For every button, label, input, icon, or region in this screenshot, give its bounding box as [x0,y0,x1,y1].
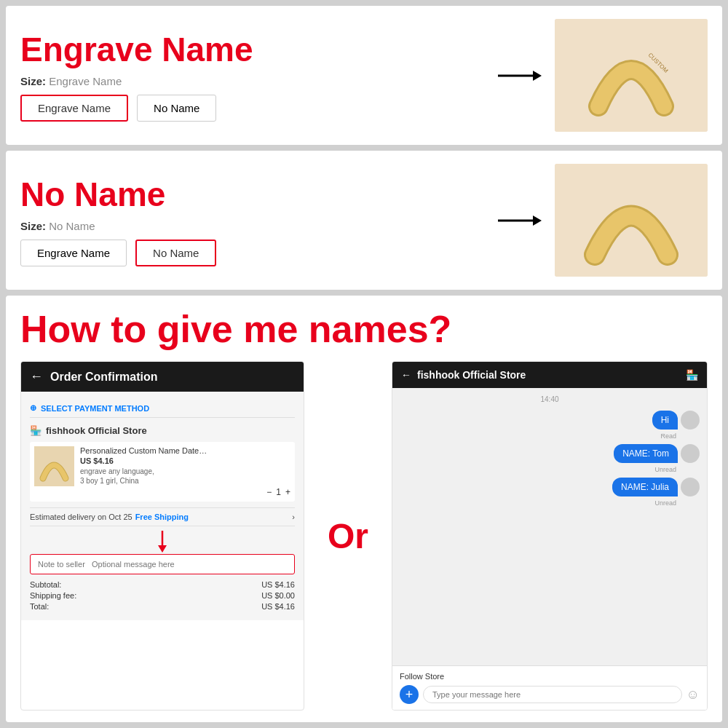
oc-delivery-free: Free Shipping [135,513,189,521]
section2-title: No Name [20,175,485,214]
oc-product-img [34,446,74,486]
follow-store-label: Follow Store [400,672,700,681]
chat-msg-row-2: NAME: Tom [400,444,700,463]
chat-timestamp: 14:40 [400,395,700,403]
chat-bubble-2: NAME: Tom [614,444,678,463]
chat-back-icon[interactable]: ← [401,369,411,381]
delivery-chevron-icon: › [292,513,295,521]
section2-options: Engrave Name No Name [20,240,485,266]
plain-ring-svg [555,164,708,277]
chat-avatar-1 [681,411,700,430]
subtotal-value: US $4.16 [261,580,295,589]
section3-panel: How to give me names? ← Order Confirmati… [6,296,722,722]
oc-product-desc2: 3 boy 1 girl, China [80,476,290,486]
chat-avatar-2 [681,444,700,463]
oc-store-row: 🏪 fishhook Official Store [30,425,295,436]
oc-payment-label: SELECT PAYMENT METHOD [41,404,149,413]
chat-bubble-1: Hi [652,411,678,430]
total-label: Total: [30,602,49,611]
payment-icon: ⊕ [30,403,36,413]
arrow-right-icon [498,65,542,87]
section1-noname-btn[interactable]: No Name [137,95,216,122]
section2-engrave-btn[interactable]: Engrave Name [20,240,127,266]
arrow-right-icon-2 [498,210,542,232]
chat-status-2: Unread [400,466,676,473]
section1-content: Engrave Name Size: Engrave Name Engrave … [20,30,485,122]
oc-header: ← Order Confirmation [21,362,304,392]
section1-options: Engrave Name No Name [20,95,485,122]
section2-noname-btn[interactable]: No Name [135,240,216,266]
oc-product-price: US $4.16 [80,456,290,465]
chat-store-name: fishhook Official Store [417,369,526,381]
chat-store-icon: 🏪 [686,369,698,381]
chat-msg-row-1: Hi [400,411,700,430]
chat-footer: Follow Store + ☺ [392,665,707,710]
product-ring-icon [34,446,74,486]
chat-input[interactable] [423,686,682,703]
section2-panel: No Name Size: No Name Engrave Name No Na… [6,151,722,290]
section1-title: Engrave Name [20,30,485,69]
chat-bubble-3: NAME: Julia [612,478,678,496]
svg-marker-5 [533,215,542,226]
oc-product-name: Personalized Custom Name Date… [80,446,290,455]
section1-ring-image: CUSTOM [555,19,708,132]
oc-body: ⊕ SELECT PAYMENT METHOD 🏪 fishhook Offic… [21,392,304,620]
svg-marker-9 [158,545,167,553]
section2-ring-image [555,164,708,277]
chat-status-1: Read [400,432,676,440]
oc-product-row: Personalized Custom Name Date… US $4.16 … [30,442,295,502]
how-title: How to give me names? [20,307,708,351]
chat-status-3: Unread [400,499,676,507]
qty-value: 1 [276,487,281,497]
oc-back-icon[interactable]: ← [30,369,43,384]
subtotal-label: Subtotal: [30,580,61,589]
main-container: Engrave Name Size: Engrave Name Engrave … [0,0,728,728]
note-to-seller-input[interactable] [30,554,295,574]
section1-engrave-btn[interactable]: Engrave Name [20,95,128,122]
oc-header-title: Order Confirmation [50,371,158,384]
chat-mockup: ← fishhook Official Store 🏪 14:40 Hi Rea… [392,361,708,711]
down-arrow-icon [155,531,170,553]
chat-msg-row-3: NAME: Julia [400,478,700,496]
oc-product-desc1: engrave any language, [80,467,290,476]
oc-subtotal-row: Subtotal: US $4.16 [30,580,295,589]
oc-qty-row: − 1 + [80,487,290,497]
store-icon: 🏪 [30,425,41,436]
oc-shipping-row: Shipping fee: US $0.00 [30,591,295,600]
section1-size-label: Size: Engrave Name [20,75,485,87]
chat-add-btn[interactable]: + [400,685,419,704]
oc-product-info: Personalized Custom Name Date… US $4.16 … [80,446,290,497]
section2-size-label: Size: No Name [20,220,485,232]
svg-marker-1 [533,71,542,81]
oc-payment-row: ⊕ SELECT PAYMENT METHOD [30,399,295,418]
section2-arrow [498,210,542,232]
section1-arrow [498,65,542,87]
bottom-content: ← Order Confirmation ⊕ SELECT PAYMENT ME… [20,361,708,711]
total-value: US $4.16 [261,602,295,611]
chat-body: 14:40 Hi Read NAME: Tom Unread [392,388,707,665]
qty-minus-btn[interactable]: − [266,487,272,497]
section2-content: No Name Size: No Name Engrave Name No Na… [20,175,485,266]
oc-store-name: fishhook Official Store [46,425,147,436]
qty-plus-btn[interactable]: + [285,487,290,497]
oc-note-row [30,554,295,574]
oc-total-row-final: Total: US $4.16 [30,602,295,611]
oc-delivery-row: Estimated delivery on Oct 25 Free Shippi… [30,507,295,526]
shipping-label: Shipping fee: [30,591,76,600]
chat-input-row: + ☺ [400,685,700,704]
oc-delivery-label: Estimated delivery on Oct 25 [30,513,132,521]
or-divider: Or [319,361,377,711]
chat-avatar-3 [681,478,700,496]
chat-header: ← fishhook Official Store 🏪 [392,362,707,388]
chat-emoji-btn[interactable]: ☺ [687,687,700,703]
oc-totals: Subtotal: US $4.16 Shipping fee: US $0.0… [30,580,295,611]
order-confirm-mockup: ← Order Confirmation ⊕ SELECT PAYMENT ME… [20,361,304,711]
section1-panel: Engrave Name Size: Engrave Name Engrave … [6,6,722,145]
engraved-ring-svg: CUSTOM [555,19,708,132]
shipping-value: US $0.00 [261,591,295,600]
